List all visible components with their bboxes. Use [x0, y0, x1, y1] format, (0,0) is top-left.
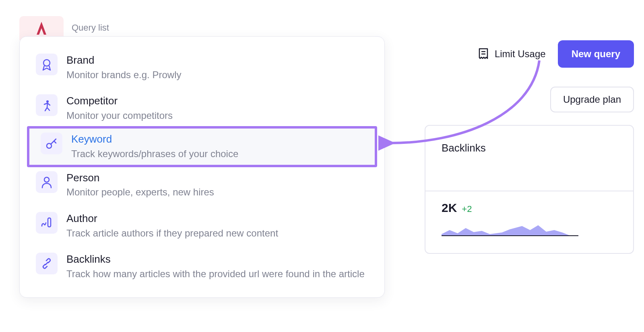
query-list-label[interactable]: Query list: [72, 23, 109, 33]
keyword-icon: [41, 133, 62, 154]
option-desc: Monitor your competitors: [66, 109, 173, 122]
header-actions: Limit Usage New query: [478, 40, 634, 68]
option-person[interactable]: Person Monitor people, experts, new hire…: [20, 165, 384, 205]
query-type-dropdown: Brand Monitor brands e.g. Prowly Competi…: [19, 36, 385, 298]
option-brand[interactable]: Brand Monitor brands e.g. Prowly: [20, 47, 384, 88]
option-title: Keyword: [71, 133, 238, 146]
author-icon: [36, 212, 58, 234]
metric-row: 2K +2: [442, 201, 617, 215]
option-title: Author: [66, 212, 278, 226]
svg-rect-4: [48, 218, 51, 227]
option-competitor[interactable]: Competitor Monitor your competitors: [20, 88, 384, 129]
option-title: Backlinks: [66, 253, 365, 266]
sparkline: [442, 218, 617, 238]
new-query-button[interactable]: New query: [558, 40, 634, 68]
limit-usage-link[interactable]: Limit Usage: [478, 48, 546, 60]
limit-usage-label: Limit Usage: [495, 48, 546, 60]
option-keyword[interactable]: Keyword Track keywords/phrases of your c…: [27, 126, 377, 167]
competitor-icon: [36, 94, 58, 116]
option-title: Brand: [66, 54, 181, 67]
option-author[interactable]: Author Track article authors if they pre…: [20, 205, 384, 246]
logo-icon: [34, 20, 49, 36]
card-title: Backlinks: [442, 142, 617, 154]
brand-icon: [36, 54, 58, 75]
svg-point-0: [43, 60, 50, 66]
option-desc: Monitor people, experts, new hires: [66, 186, 214, 199]
backlinks-icon: [36, 253, 58, 274]
option-desc: Track article authors if they prepared n…: [66, 227, 278, 240]
svg-point-3: [44, 177, 49, 182]
svg-point-1: [46, 100, 49, 103]
option-desc: Track keywords/phrases of your choice: [71, 147, 238, 160]
option-title: Person: [66, 171, 214, 185]
option-backlinks[interactable]: Backlinks Track how many articles with t…: [20, 246, 384, 287]
option-title: Competitor: [66, 94, 173, 108]
upgrade-plan-button[interactable]: Upgrade plan: [550, 87, 634, 112]
metric-value: 2K: [442, 201, 457, 215]
card-divider: [425, 191, 633, 191]
metric-delta: +2: [462, 204, 472, 214]
backlinks-card: Backlinks 2K +2: [425, 125, 634, 254]
option-desc: Monitor brands e.g. Prowly: [66, 68, 181, 81]
person-icon: [36, 171, 58, 193]
option-desc: Track how many articles with the provide…: [66, 268, 365, 280]
receipt-icon: [478, 48, 489, 60]
